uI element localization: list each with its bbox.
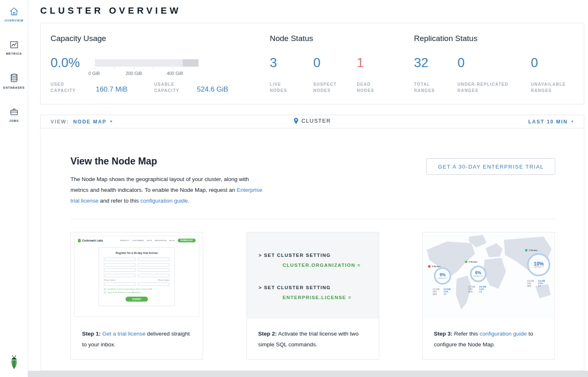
mini-form-title: Register for a 30-day trial license (104, 251, 169, 254)
divider (70, 219, 555, 219)
sidebar-item-label: DATABASES (0, 86, 28, 89)
total-ranges-value: 32 (414, 56, 428, 70)
code-line: > SET CLUSTER SETTING (259, 283, 379, 292)
node-dot-icon (428, 265, 431, 268)
sidebar: OVERVIEW METRICS DATABASES JO (0, 0, 28, 377)
capacity-usage-title: Capacity Usage (51, 34, 106, 43)
step-1-label: Step 1: (82, 331, 101, 337)
databases-icon (9, 73, 19, 84)
marker-nodes: 3 Nodes (432, 265, 440, 268)
mini-brand: Cockroach Labs (82, 239, 103, 242)
step-1-card: Cockroach Labs PRODUCT CUSTOMERS DOCS RE… (70, 232, 203, 360)
marker-capacity-label: CAPACITY (534, 266, 544, 268)
live-nodes-label: LIVENODES (270, 81, 287, 94)
home-icon (9, 7, 19, 17)
mini-nav-item: CUSTOMERS (132, 239, 144, 242)
mini-nav-item: DOCS (147, 239, 152, 242)
marker-nodes: 3 Nodes (469, 261, 477, 263)
code-line: CLUSTER.ORGANIZATION = (259, 260, 379, 270)
code-line: > SET CLUSTER SETTING (259, 250, 379, 260)
used-capacity-value: 160.7 MiB (96, 85, 128, 94)
map-marker: 3 Nodes (428, 265, 440, 268)
sidebar-item-jobs[interactable]: JOBS (0, 107, 28, 123)
step-3-card: 3 Nodes 9% CAPACITY 2.0 GiB3.6 GiB CPU4.… (422, 232, 555, 360)
chevron-down-icon: ▼ (109, 120, 113, 123)
time-range-value: LAST 10 MIN (528, 119, 568, 125)
capacity-percent: 0.0% (51, 56, 80, 70)
capacity-ring: 10% CAPACITY (527, 253, 550, 276)
unavailable-ranges-value: 0 (531, 56, 538, 70)
capacity-tick-400: 400 GiB (162, 71, 187, 76)
enterprise-trial-button[interactable]: GET A 30-DAY ENTERPRISE TRIAL (426, 158, 555, 175)
node-map-preview: 3 Nodes 9% CAPACITY 2.0 GiB3.6 GiB CPU4.… (423, 232, 554, 319)
marker-capacity: 9% (440, 273, 445, 277)
sidebar-item-metrics[interactable]: METRICS (0, 40, 28, 56)
capacity-bar-segment (183, 59, 198, 67)
total-ranges-label: TOTALRANGES (414, 81, 435, 94)
marker-capacity: 10% (534, 262, 544, 266)
time-range-selector[interactable]: LAST 10 MIN ▼ (528, 119, 584, 125)
sidebar-item-label: JOBS (0, 119, 28, 123)
capacity-bar-track (95, 59, 198, 67)
sidebar-item-databases[interactable]: DATABASES (0, 73, 28, 89)
step-2-label: Step 2: (258, 331, 277, 337)
metrics-icon (9, 40, 19, 50)
capacity-bar: 0 GiB 200 GiB 400 GiB (95, 59, 198, 67)
view-value: NODE MAP (73, 119, 106, 125)
live-nodes-value: 3 (270, 56, 277, 70)
usable-capacity-label: USABLECAPACITY (154, 81, 179, 94)
cockroach-logo (0, 355, 28, 371)
marker-capacity-label: CAPACITY (473, 275, 483, 277)
map-marker: 3 Nodes (525, 249, 537, 251)
sidebar-item-label: OVERVIEW (0, 19, 28, 22)
location-pin-icon (293, 118, 299, 124)
view-selector[interactable]: VIEW: NODE MAP ▼ (41, 119, 113, 125)
mini-nav-item: BLOG (169, 239, 175, 242)
sidebar-item-label: METRICS (0, 52, 28, 56)
marker-stats: 2.0 GiB3.6 GiB CPU4.7% QPS1.7 (433, 288, 450, 295)
mini-checkbox-label: I would like to receive email updates ab… (107, 288, 152, 290)
marker-capacity-label: CAPACITY (438, 277, 448, 279)
breadcrumb: CLUSTER (41, 118, 584, 126)
cockroach-icon (9, 355, 19, 370)
mini-register-form: Register for a 30-day trial license Phon… (99, 247, 175, 306)
map-marker: 3 Nodes (465, 261, 477, 263)
replication-status-title: Replication Status (414, 34, 477, 43)
capacity-tick-200: 200 GiB (121, 71, 146, 76)
mini-cockroach-logo (78, 239, 81, 242)
suspect-nodes-label: SUSPECTNODES (313, 81, 336, 94)
usable-capacity-value: 524.6 GiB (197, 85, 228, 94)
mini-download-button: DOWNLOAD (178, 239, 196, 242)
step-3-label: Step 3: (434, 331, 452, 337)
mini-nav-item: RESOURCES (155, 239, 167, 242)
chevron-down-icon: ▼ (571, 120, 574, 123)
marker-capacity: 6% (475, 271, 481, 275)
registration-screenshot: Cockroach Labs PRODUCT CUSTOMERS DOCS RE… (74, 236, 199, 317)
node-dot-icon (465, 261, 467, 263)
under-replicated-ranges-label: UNDER-REPLICATEDRANGES (457, 81, 508, 94)
cluster-summary-card: Capacity Usage 0.0% 0 GiB 200 GiB 400 Gi… (40, 23, 584, 104)
marker-stats: 3.6 GiB3.6 GiB CPU4.7% QPS1.7 (527, 280, 545, 287)
step-2-card: > SET CLUSTER SETTING CLUSTER.ORGANIZATI… (247, 232, 379, 360)
unavailable-ranges-label: UNAVAILABLERANGES (531, 81, 566, 94)
view-label: VIEW: (51, 119, 69, 125)
description-text: . (188, 198, 189, 204)
panel-description: The Node Map shows the geographical layo… (70, 174, 266, 206)
mini-checkbox-label: I agree to the Software License Agreemen… (107, 291, 140, 293)
sidebar-item-overview[interactable]: OVERVIEW (0, 7, 28, 22)
suspect-nodes-value: 0 (313, 56, 320, 70)
cluster-breadcrumb[interactable]: CLUSTER (293, 118, 331, 124)
admin-ui: OVERVIEW METRICS DATABASES JO (0, 0, 588, 377)
marker-stats: 2.2 GiB3.6 GiB CPU4.1% QPS1.5 (468, 286, 486, 293)
node-status-title: Node Status (270, 34, 313, 43)
node-map-panel: View the Node Map The Node Map shows the… (40, 128, 584, 371)
get-trial-license-link[interactable]: Get a trial license (102, 331, 145, 337)
configuration-guide-link[interactable]: configuration guide (479, 331, 527, 337)
view-bar: VIEW: NODE MAP ▼ CLUSTER LAST 10 MIN ▼ (40, 115, 584, 128)
mini-nav: PRODUCT CUSTOMERS DOCS RESOURCES BLOG DO… (120, 239, 196, 242)
capacity-ring: 6% CAPACITY (470, 266, 486, 282)
configuration-guide-link[interactable]: configuration guide (140, 198, 188, 204)
dead-nodes-value: 1 (357, 56, 364, 70)
capacity-ring: 9% CAPACITY (434, 267, 451, 285)
mini-nav-item: PRODUCT (120, 239, 129, 242)
